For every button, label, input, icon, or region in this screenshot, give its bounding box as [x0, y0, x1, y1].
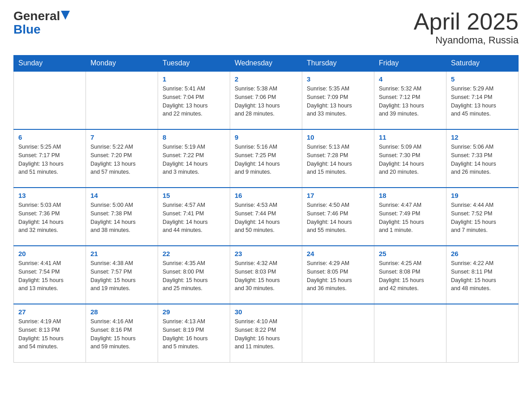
- week-row-4: 20Sunrise: 4:41 AMSunset: 7:54 PMDayligh…: [14, 246, 519, 304]
- day-number: 11: [379, 133, 442, 141]
- calendar-cell: [374, 304, 446, 362]
- weekday-header-sunday: Sunday: [14, 56, 86, 72]
- day-info: Sunrise: 5:09 AMSunset: 7:30 PMDaylight:…: [379, 143, 442, 176]
- calendar-cell: 1Sunrise: 5:41 AMSunset: 7:04 PMDaylight…: [158, 71, 230, 129]
- calendar-cell: 2Sunrise: 5:38 AMSunset: 7:06 PMDaylight…: [230, 71, 302, 129]
- calendar-table: SundayMondayTuesdayWednesdayThursdayFrid…: [13, 55, 519, 363]
- day-number: 6: [18, 133, 81, 141]
- calendar-cell: 15Sunrise: 4:57 AMSunset: 7:41 PMDayligh…: [158, 188, 230, 246]
- calendar-cell: 10Sunrise: 5:13 AMSunset: 7:28 PMDayligh…: [302, 129, 374, 188]
- week-row-5: 27Sunrise: 4:19 AMSunset: 8:13 PMDayligh…: [14, 304, 519, 362]
- logo-triangle-icon: [61, 11, 70, 20]
- day-info: Sunrise: 4:41 AMSunset: 7:54 PMDaylight:…: [18, 259, 81, 293]
- day-info: Sunrise: 4:38 AMSunset: 7:57 PMDaylight:…: [90, 259, 153, 293]
- calendar-cell: 8Sunrise: 5:19 AMSunset: 7:22 PMDaylight…: [158, 129, 230, 188]
- weekday-header-row: SundayMondayTuesdayWednesdayThursdayFrid…: [14, 56, 519, 72]
- day-number: 17: [307, 192, 369, 199]
- day-number: 13: [18, 192, 81, 199]
- day-number: 20: [18, 250, 81, 257]
- day-number: 12: [451, 133, 514, 141]
- day-info: Sunrise: 4:19 AMSunset: 8:13 PMDaylight:…: [18, 317, 81, 351]
- day-info: Sunrise: 4:25 AMSunset: 8:08 PMDaylight:…: [379, 259, 442, 293]
- calendar-cell: 20Sunrise: 4:41 AMSunset: 7:54 PMDayligh…: [14, 246, 86, 304]
- day-info: Sunrise: 4:32 AMSunset: 8:03 PMDaylight:…: [235, 259, 297, 293]
- calendar-cell: 13Sunrise: 5:03 AMSunset: 7:36 PMDayligh…: [14, 188, 86, 246]
- day-info: Sunrise: 4:57 AMSunset: 7:41 PMDaylight:…: [163, 201, 225, 235]
- calendar-cell: 7Sunrise: 5:22 AMSunset: 7:20 PMDaylight…: [86, 129, 158, 188]
- day-info: Sunrise: 5:03 AMSunset: 7:36 PMDaylight:…: [18, 201, 81, 235]
- day-number: 25: [379, 250, 442, 257]
- day-info: Sunrise: 5:13 AMSunset: 7:28 PMDaylight:…: [307, 143, 369, 176]
- day-info: Sunrise: 4:44 AMSunset: 7:52 PMDaylight:…: [451, 201, 514, 235]
- day-number: 27: [18, 308, 81, 316]
- day-number: 26: [451, 250, 514, 257]
- calendar-cell: 21Sunrise: 4:38 AMSunset: 7:57 PMDayligh…: [86, 246, 158, 304]
- day-info: Sunrise: 4:50 AMSunset: 7:46 PMDaylight:…: [307, 201, 369, 235]
- calendar-cell: 19Sunrise: 4:44 AMSunset: 7:52 PMDayligh…: [446, 188, 519, 246]
- day-info: Sunrise: 5:22 AMSunset: 7:20 PMDaylight:…: [90, 143, 153, 176]
- title-section: April 2025 Nyandoma, Russia: [414, 9, 519, 46]
- day-number: 29: [163, 308, 225, 316]
- day-info: Sunrise: 4:47 AMSunset: 7:49 PMDaylight:…: [379, 201, 442, 235]
- day-number: 15: [163, 192, 225, 199]
- calendar-cell: 5Sunrise: 5:29 AMSunset: 7:14 PMDaylight…: [446, 71, 519, 129]
- calendar-cell: 17Sunrise: 4:50 AMSunset: 7:46 PMDayligh…: [302, 188, 374, 246]
- logo: General Blue: [13, 9, 70, 36]
- day-info: Sunrise: 5:29 AMSunset: 7:14 PMDaylight:…: [451, 85, 514, 118]
- day-info: Sunrise: 4:53 AMSunset: 7:44 PMDaylight:…: [235, 201, 297, 235]
- day-info: Sunrise: 4:35 AMSunset: 8:00 PMDaylight:…: [163, 259, 225, 293]
- day-info: Sunrise: 5:35 AMSunset: 7:09 PMDaylight:…: [307, 85, 369, 118]
- calendar-cell: 14Sunrise: 5:00 AMSunset: 7:38 PMDayligh…: [86, 188, 158, 246]
- calendar-cell: 6Sunrise: 5:25 AMSunset: 7:17 PMDaylight…: [14, 129, 86, 188]
- day-info: Sunrise: 5:16 AMSunset: 7:25 PMDaylight:…: [235, 143, 297, 176]
- day-number: 24: [307, 250, 369, 257]
- day-info: Sunrise: 4:10 AMSunset: 8:22 PMDaylight:…: [235, 317, 297, 351]
- day-number: 3: [307, 75, 369, 83]
- day-info: Sunrise: 4:13 AMSunset: 8:19 PMDaylight:…: [163, 317, 225, 351]
- weekday-header-friday: Friday: [374, 56, 446, 72]
- day-info: Sunrise: 5:38 AMSunset: 7:06 PMDaylight:…: [235, 85, 297, 118]
- calendar-cell: 24Sunrise: 4:29 AMSunset: 8:05 PMDayligh…: [302, 246, 374, 304]
- calendar-cell: 4Sunrise: 5:32 AMSunset: 7:12 PMDaylight…: [374, 71, 446, 129]
- calendar-cell: 11Sunrise: 5:09 AMSunset: 7:30 PMDayligh…: [374, 129, 446, 188]
- day-number: 4: [379, 75, 442, 83]
- day-info: Sunrise: 5:41 AMSunset: 7:04 PMDaylight:…: [163, 85, 225, 118]
- day-number: 2: [235, 75, 297, 83]
- logo-blue-text: Blue: [13, 23, 41, 36]
- day-info: Sunrise: 4:16 AMSunset: 8:16 PMDaylight:…: [90, 317, 153, 351]
- calendar-cell: [446, 304, 519, 362]
- day-info: Sunrise: 5:06 AMSunset: 7:33 PMDaylight:…: [451, 143, 514, 176]
- calendar-cell: [86, 71, 158, 129]
- weekday-header-saturday: Saturday: [446, 56, 519, 72]
- day-info: Sunrise: 4:29 AMSunset: 8:05 PMDaylight:…: [307, 259, 369, 293]
- day-number: 9: [235, 133, 297, 141]
- week-row-1: 1Sunrise: 5:41 AMSunset: 7:04 PMDaylight…: [14, 71, 519, 129]
- calendar-cell: 28Sunrise: 4:16 AMSunset: 8:16 PMDayligh…: [86, 304, 158, 362]
- calendar-cell: 3Sunrise: 5:35 AMSunset: 7:09 PMDaylight…: [302, 71, 374, 129]
- day-number: 7: [90, 133, 153, 141]
- weekday-header-monday: Monday: [86, 56, 158, 72]
- day-number: 14: [90, 192, 153, 199]
- day-number: 1: [163, 75, 225, 83]
- day-number: 10: [307, 133, 369, 141]
- calendar-cell: 29Sunrise: 4:13 AMSunset: 8:19 PMDayligh…: [158, 304, 230, 362]
- day-number: 8: [163, 133, 225, 141]
- calendar-title: April 2025: [414, 9, 519, 34]
- calendar-cell: 23Sunrise: 4:32 AMSunset: 8:03 PMDayligh…: [230, 246, 302, 304]
- week-row-2: 6Sunrise: 5:25 AMSunset: 7:17 PMDaylight…: [14, 129, 519, 188]
- calendar-subtitle: Nyandoma, Russia: [414, 34, 519, 46]
- day-info: Sunrise: 4:22 AMSunset: 8:11 PMDaylight:…: [451, 259, 514, 293]
- day-number: 23: [235, 250, 297, 257]
- logo-general-text: General: [13, 9, 60, 23]
- calendar-cell: 27Sunrise: 4:19 AMSunset: 8:13 PMDayligh…: [14, 304, 86, 362]
- day-number: 19: [451, 192, 514, 199]
- day-info: Sunrise: 5:00 AMSunset: 7:38 PMDaylight:…: [90, 201, 153, 235]
- svg-marker-0: [61, 11, 70, 20]
- day-info: Sunrise: 5:32 AMSunset: 7:12 PMDaylight:…: [379, 85, 442, 118]
- calendar-cell: [14, 71, 86, 129]
- weekday-header-wednesday: Wednesday: [230, 56, 302, 72]
- calendar-cell: 16Sunrise: 4:53 AMSunset: 7:44 PMDayligh…: [230, 188, 302, 246]
- calendar-cell: 9Sunrise: 5:16 AMSunset: 7:25 PMDaylight…: [230, 129, 302, 188]
- day-number: 28: [90, 308, 153, 316]
- calendar-cell: 26Sunrise: 4:22 AMSunset: 8:11 PMDayligh…: [446, 246, 519, 304]
